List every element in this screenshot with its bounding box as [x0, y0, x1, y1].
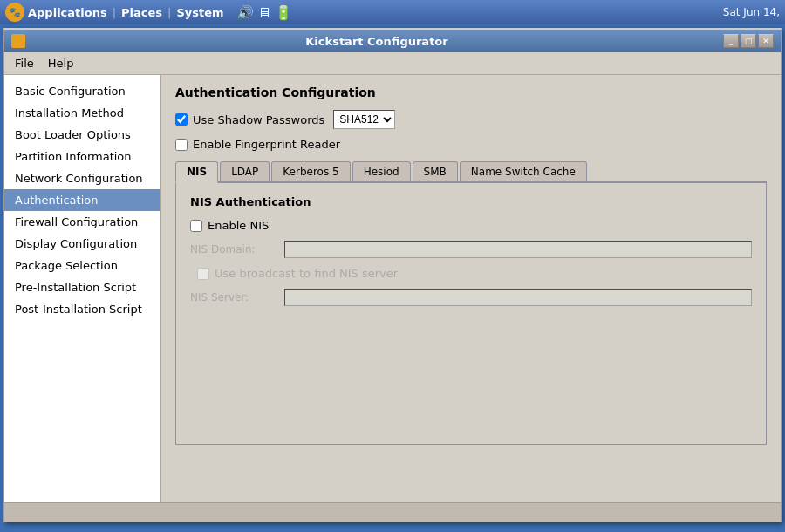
nis-server-input[interactable]: [284, 289, 752, 306]
taskbar: 🐾 Applications | Places | System 🔊 🖥 🔋 S…: [0, 0, 785, 24]
sidebar-item-pre-installation-script[interactable]: Pre-Installation Script: [4, 276, 160, 298]
tab-smb[interactable]: SMB: [413, 161, 458, 181]
main-area: Basic Configuration Installation Method …: [4, 75, 781, 502]
fingerprint-label[interactable]: Enable Fingerprint Reader: [175, 138, 340, 151]
window-title: Kickstart Configurator: [31, 35, 723, 48]
close-button[interactable]: ✕: [758, 34, 774, 48]
nis-domain-label: NIS Domain:: [190, 243, 277, 256]
enable-nis-text: Enable NIS: [208, 219, 269, 232]
sidebar-item-boot-loader-options[interactable]: Boot Loader Options: [4, 124, 160, 146]
broadcast-label[interactable]: Use broadcast to find NIS server: [197, 267, 398, 280]
enable-nis-label[interactable]: Enable NIS: [190, 219, 269, 232]
window-controls: _ □ ✕: [723, 34, 774, 48]
taskbar-app-icon: 🐾: [5, 3, 24, 22]
nis-panel-title: NIS Authentication: [190, 195, 752, 208]
shadow-passwords-checkbox[interactable]: [175, 113, 188, 126]
menubar: File Help: [4, 52, 781, 75]
nis-server-row: NIS Server:: [190, 289, 752, 306]
sidebar-item-firewall-configuration[interactable]: Firewall Configuration: [4, 211, 160, 233]
titlebar: Kickstart Configurator _ □ ✕: [4, 30, 781, 52]
tab-ldap[interactable]: LDAP: [220, 161, 270, 181]
taskbar-places[interactable]: Places: [121, 6, 162, 19]
fingerprint-row: Enable Fingerprint Reader: [175, 138, 767, 151]
maximize-button[interactable]: □: [741, 34, 756, 48]
statusbar: [4, 502, 781, 522]
broadcast-text: Use broadcast to find NIS server: [215, 267, 398, 280]
minimize-button[interactable]: _: [723, 34, 739, 48]
window-icon: [11, 34, 25, 48]
nis-domain-row: NIS Domain:: [190, 241, 752, 258]
broadcast-checkbox[interactable]: [197, 268, 209, 280]
section-title: Authentication Configuration: [175, 85, 767, 99]
nis-domain-input[interactable]: [284, 241, 752, 258]
speaker-icon: 🔊: [236, 4, 254, 21]
menu-file[interactable]: File: [8, 54, 41, 72]
fingerprint-checkbox[interactable]: [175, 139, 188, 151]
taskbar-left: 🐾 Applications | Places | System 🔊 🖥 🔋: [5, 3, 292, 22]
battery-icon: 🔋: [275, 4, 292, 21]
tab-name-switch-cache[interactable]: Name Switch Cache: [460, 161, 587, 181]
sidebar-item-network-configuration[interactable]: Network Configuration: [4, 167, 160, 189]
taskbar-applications[interactable]: Applications: [28, 6, 107, 19]
sidebar-item-partition-information[interactable]: Partition Information: [4, 146, 160, 167]
sidebar-item-package-selection[interactable]: Package Selection: [4, 255, 160, 276]
network-icon: 🖥: [257, 4, 271, 21]
tab-hesiod[interactable]: Hesiod: [352, 161, 411, 181]
tab-kerberos5[interactable]: Kerberos 5: [271, 161, 350, 181]
enable-nis-checkbox[interactable]: [190, 220, 202, 232]
enable-nis-row: Enable NIS: [190, 219, 752, 232]
content-panel: Authentication Configuration Use Shadow …: [161, 75, 781, 502]
broadcast-row: Use broadcast to find NIS server: [190, 267, 752, 280]
nis-server-label: NIS Server:: [190, 291, 277, 304]
shadow-passwords-text: Use Shadow Passwords: [193, 113, 324, 126]
app-window: Kickstart Configurator _ □ ✕ File Help B…: [3, 28, 782, 522]
shadow-passwords-row: Use Shadow Passwords SHA512 MD5 SHA256: [175, 110, 767, 129]
taskbar-clock: Sat Jun 14,: [723, 6, 780, 18]
nis-panel: NIS Authentication Enable NIS NIS Domain…: [175, 183, 767, 445]
sidebar-item-post-installation-script[interactable]: Post-Installation Script: [4, 298, 160, 320]
sidebar-item-installation-method[interactable]: Installation Method: [4, 102, 160, 124]
shadow-passwords-label[interactable]: Use Shadow Passwords: [175, 113, 324, 126]
fingerprint-text: Enable Fingerprint Reader: [193, 138, 340, 151]
tab-nis[interactable]: NIS: [175, 161, 218, 183]
sidebar: Basic Configuration Installation Method …: [4, 75, 161, 502]
auth-tabs: NIS LDAP Kerberos 5 Hesiod SMB Name Swit…: [175, 161, 767, 183]
sidebar-item-display-configuration[interactable]: Display Configuration: [4, 233, 160, 255]
menu-help[interactable]: Help: [41, 54, 81, 72]
taskbar-system[interactable]: System: [176, 6, 223, 19]
sidebar-item-basic-configuration[interactable]: Basic Configuration: [4, 80, 160, 102]
sidebar-item-authentication[interactable]: Authentication: [4, 189, 160, 211]
shadow-algo-select[interactable]: SHA512 MD5 SHA256: [333, 110, 395, 129]
